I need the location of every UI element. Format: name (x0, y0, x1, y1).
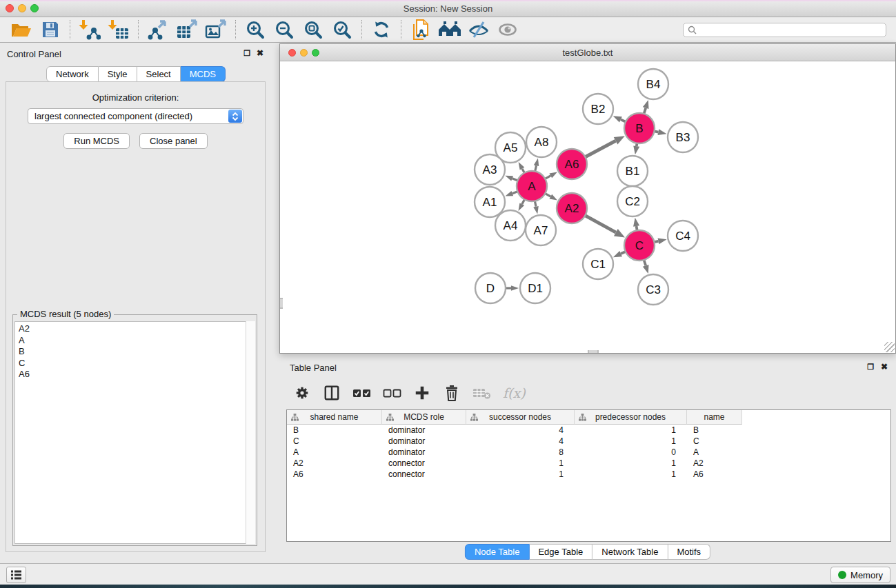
column-header-successor-nodes[interactable]: successor nodes (466, 410, 575, 425)
run-mcds-button[interactable]: Run MCDS (63, 133, 130, 149)
delete-table-button[interactable] (472, 383, 491, 403)
table-row[interactable]: A2connector11A2 (287, 458, 890, 469)
cell-successor-nodes[interactable]: 1 (466, 458, 575, 469)
edge-A-A7[interactable] (533, 201, 539, 214)
cell-shared-name[interactable]: A6 (287, 469, 382, 480)
tab-mcds[interactable]: MCDS (181, 66, 226, 82)
cell-shared-name[interactable]: C (287, 436, 382, 447)
node-A4[interactable]: A4 (495, 210, 526, 241)
node-A7[interactable]: A7 (526, 215, 556, 245)
tab-style[interactable]: Style (99, 66, 137, 82)
cell-mcds-role[interactable]: dominator (382, 425, 466, 436)
cell-shared-name[interactable]: B (287, 425, 382, 436)
window-resize-grip[interactable] (884, 342, 895, 352)
window-bottom-grip[interactable] (588, 350, 599, 353)
edge-A-A5[interactable] (519, 162, 525, 173)
export-network-button[interactable] (143, 18, 172, 41)
cell-successor-nodes[interactable]: 4 (466, 425, 575, 436)
node-C3[interactable]: C3 (638, 274, 668, 305)
edge-B-B2[interactable] (613, 116, 626, 122)
refresh-button[interactable] (367, 18, 396, 41)
node-B1[interactable]: B1 (617, 156, 648, 186)
criterion-select[interactable]: largest connected component (directed) (28, 108, 243, 124)
cell-name[interactable]: B (687, 425, 742, 436)
cell-predecessor-nodes[interactable]: 1 (575, 469, 687, 480)
mcds-result-item[interactable]: A2 (15, 323, 255, 335)
edge-A-A8[interactable] (534, 158, 539, 171)
edge-A6-B[interactable] (585, 136, 624, 156)
node-A6[interactable]: A6 (557, 149, 587, 179)
table-row[interactable]: Bdominator41B (287, 425, 890, 436)
cell-name[interactable]: A (687, 447, 742, 458)
cell-predecessor-nodes[interactable]: 1 (575, 458, 687, 469)
cell-mcds-role[interactable]: dominator (382, 447, 466, 458)
column-header-mcds-role[interactable]: MCDS role (382, 410, 466, 425)
tab-network[interactable]: Network (46, 66, 99, 82)
tab-select[interactable]: Select (137, 66, 181, 82)
edge-A-A2[interactable] (545, 194, 557, 201)
tab-motifs[interactable]: Motifs (668, 544, 710, 560)
hide-panels-button[interactable] (464, 18, 493, 41)
mcds-result-scrollbar[interactable] (246, 321, 255, 544)
table-row[interactable]: Cdominator41C (287, 436, 890, 447)
edge-C-C1[interactable] (613, 251, 626, 257)
cell-shared-name[interactable]: A (287, 447, 382, 458)
network-graph[interactable]: B4B2BB3A8A5A6B1A3AA1C2A2A4A7CC4C1C3DD1 (280, 61, 895, 353)
table-float-icon[interactable]: ❐ (867, 362, 874, 372)
column-header-shared-name[interactable]: shared name (287, 410, 382, 425)
import-network-button[interactable] (75, 18, 104, 41)
create-column-button[interactable] (413, 383, 431, 403)
close-panel-icon[interactable]: ✖ (257, 48, 263, 58)
cell-name[interactable]: C (687, 436, 742, 447)
open-file-button[interactable] (7, 18, 36, 41)
node-A[interactable]: A (517, 171, 547, 201)
node-A8[interactable]: A8 (526, 127, 557, 157)
import-table-button[interactable] (104, 18, 133, 41)
node-D1[interactable]: D1 (520, 273, 550, 303)
node-C4[interactable]: C4 (668, 221, 698, 251)
export-table-button[interactable] (172, 18, 201, 41)
cell-successor-nodes[interactable]: 1 (466, 469, 575, 480)
new-network-from-selection-button[interactable] (406, 18, 435, 41)
window-edge-grip[interactable] (280, 298, 283, 309)
save-session-button[interactable] (36, 18, 65, 41)
table-settings-button[interactable] (293, 383, 311, 403)
edge-D-D1[interactable] (506, 285, 519, 291)
mcds-result-item[interactable]: A (15, 335, 255, 347)
cell-mcds-role[interactable]: connector (382, 458, 466, 469)
cell-predecessor-nodes[interactable]: 0 (575, 447, 687, 458)
mcds-result-list[interactable]: A2ABCA6 (14, 321, 255, 544)
node-A1[interactable]: A1 (475, 187, 505, 217)
edge-A2-C[interactable] (585, 216, 625, 238)
search-input[interactable] (699, 25, 882, 34)
tab-edge-table[interactable]: Edge Table (529, 544, 593, 560)
node-C2[interactable]: C2 (617, 186, 648, 216)
column-header-name[interactable]: name (687, 410, 742, 425)
cell-name[interactable]: A2 (687, 458, 742, 469)
select-all-button[interactable] (352, 383, 371, 403)
table-row[interactable]: A6connector11A6 (287, 469, 890, 480)
edge-C-C4[interactable] (654, 238, 666, 244)
edge-B-B1[interactable] (633, 143, 639, 155)
cell-mcds-role[interactable]: dominator (382, 436, 466, 447)
cell-successor-nodes[interactable]: 4 (466, 436, 575, 447)
zoom-in-button[interactable] (241, 18, 270, 41)
edge-A-A1[interactable] (505, 191, 517, 196)
network-window-titlebar[interactable]: testGlobe.txt (280, 44, 895, 61)
function-builder-button[interactable]: f(x) (503, 383, 526, 403)
cell-mcds-role[interactable]: connector (382, 469, 466, 480)
table-close-icon[interactable]: ✖ (881, 362, 888, 372)
mcds-result-item[interactable]: A6 (15, 369, 255, 381)
zoom-fit-button[interactable] (299, 18, 328, 41)
cell-name[interactable]: A6 (687, 469, 742, 480)
float-panel-icon[interactable]: ❐ (243, 48, 250, 58)
close-panel-button[interactable]: Close panel (139, 133, 208, 149)
memory-button[interactable]: Memory (830, 567, 890, 583)
search-field[interactable] (683, 23, 886, 37)
node-C1[interactable]: C1 (583, 249, 613, 279)
cell-predecessor-nodes[interactable]: 1 (575, 425, 687, 436)
export-image-button[interactable] (201, 18, 230, 41)
mcds-result-item[interactable]: B (15, 346, 255, 358)
node-C[interactable]: C (624, 230, 655, 261)
delete-columns-button[interactable] (443, 383, 461, 403)
